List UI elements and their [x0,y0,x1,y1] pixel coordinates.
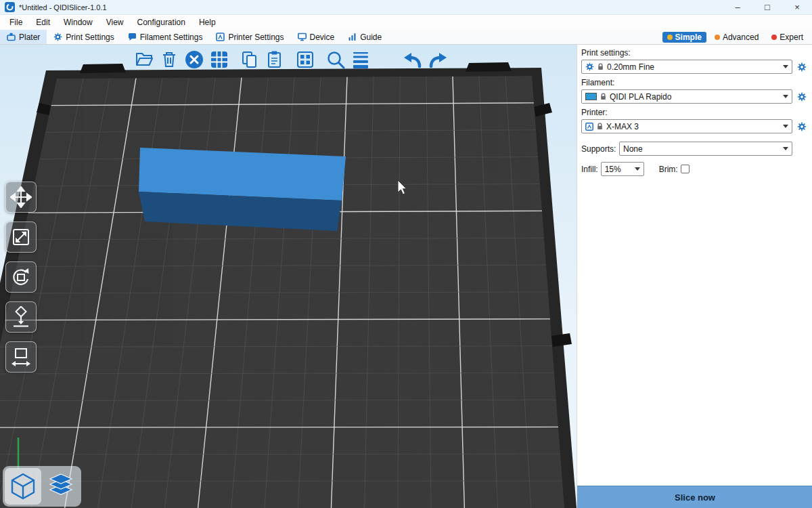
menu-window[interactable]: Window [57,15,99,30]
infill-combo[interactable]: 15% [601,162,644,176]
chevron-down-icon [783,147,788,150]
brim-label: Brim: [659,165,678,174]
plater-icon [7,33,16,41]
printer-label: Printer: [581,108,808,117]
filament-gear-button[interactable] [796,92,808,102]
lock-icon [597,123,603,130]
slice-now-button[interactable]: Slice now [577,486,812,508]
infill-value: 15% [605,165,631,174]
preview-layers-view-button[interactable] [43,468,79,505]
supports-label: Supports: [581,144,616,154]
chevron-down-icon [635,167,640,171]
filament-combo[interactable]: QIDI PLA Rapido [581,89,792,104]
tab-guide-label: Guide [360,33,382,42]
tab-plater-label: Plater [19,33,40,42]
window-controls: – □ × [723,0,812,14]
bed-3d-scene[interactable] [0,45,577,508]
mode-simple-label: Simple [675,33,702,42]
infill-label: Infill: [581,165,598,174]
gear-icon [53,33,62,41]
lock-icon [597,63,604,70]
measure-tool-button[interactable] [5,341,37,373]
expert-mode-dot-icon [771,35,777,40]
filament-label: Filament: [581,78,808,87]
bed-clip [80,64,126,73]
open-file-button[interactable] [131,47,156,72]
printer-gear-button[interactable] [796,122,808,131]
menu-edit[interactable]: Edit [29,15,57,30]
printer-icon [585,123,593,131]
print-settings-value: 0.20mm Fine [607,62,780,72]
minimize-button[interactable]: – [723,0,752,14]
print-settings-combo[interactable]: 0.20mm Fine [581,60,792,74]
tab-device-label: Device [310,33,335,42]
supports-value: None [623,144,780,154]
filament-value: QIDI PLA Rapido [610,92,780,102]
delete-all-button[interactable] [181,47,206,72]
advanced-mode-dot-icon [715,35,720,40]
app-logo-icon [5,2,15,12]
paste-button[interactable] [262,47,287,72]
mode-selector: Simple Advanced Expert [662,30,812,44]
settings-sidebar: Print settings: 0.20mm Fine Filament: [577,45,812,508]
title-bar: *Untitled - QIDISlicer-1.0.1 – □ × [0,0,812,15]
chevron-down-icon [783,125,788,128]
maximize-button[interactable]: □ [752,0,782,14]
move-tool-button[interactable] [5,182,37,213]
menu-file[interactable]: File [3,15,29,30]
print-settings-gear-button[interactable] [796,62,808,72]
view-switcher [3,466,81,507]
lock-icon [600,93,606,100]
tab-bar: Plater Print Settings Filament Settings … [0,30,812,45]
tab-filament-settings[interactable]: Filament Settings [121,30,210,44]
gear-icon [585,62,594,71]
menu-help[interactable]: Help [192,15,223,30]
mode-simple[interactable]: Simple [662,32,706,43]
mode-advanced-label: Advanced [723,33,759,42]
menu-view[interactable]: View [99,15,131,30]
arrange-button[interactable] [206,47,231,72]
mode-advanced[interactable]: Advanced [710,32,763,43]
copy-button[interactable] [237,47,262,72]
editor-3d-view-button[interactable] [5,468,41,505]
printer-value: X-MAX 3 [606,122,780,131]
menu-bar: File Edit Window View Configuration Help [0,15,812,30]
search-button[interactable] [323,47,348,72]
window-title: *Untitled - QIDISlicer-1.0.1 [19,3,107,12]
chevron-down-icon [783,65,788,68]
printer-icon [216,33,225,41]
print-settings-label: Print settings: [581,48,808,58]
mode-expert[interactable]: Expert [767,32,808,43]
filament-color-swatch [585,93,597,100]
redo-button[interactable] [425,47,450,72]
menu-configuration[interactable]: Configuration [131,15,192,30]
chevron-down-icon [783,95,788,98]
place-on-face-tool-button[interactable] [5,301,37,333]
model-box-top[interactable] [139,148,346,200]
brim-checkbox[interactable] [681,165,690,173]
undo-button[interactable] [400,47,425,72]
variable-layer-height-button[interactable] [348,47,373,72]
tab-device[interactable]: Device [291,30,342,44]
simple-mode-dot-icon [667,35,673,40]
viewport-3d[interactable] [0,45,577,508]
rotate-tool-button[interactable] [5,261,37,293]
scale-tool-button[interactable] [5,221,37,253]
viewport-toolbar [131,47,450,72]
tab-print-settings[interactable]: Print Settings [47,30,120,44]
filament-icon [128,33,137,41]
printer-combo[interactable]: X-MAX 3 [581,119,792,133]
tab-guide[interactable]: Guide [341,30,388,44]
delete-button[interactable] [156,47,181,72]
tab-print-settings-label: Print Settings [66,33,114,42]
tab-plater[interactable]: Plater [0,30,47,44]
tab-filament-settings-label: Filament Settings [140,33,203,42]
device-monitor-icon [298,33,307,41]
guide-icon [348,33,357,41]
supports-combo[interactable]: None [619,142,792,156]
close-button[interactable]: × [782,0,812,14]
split-objects-button[interactable] [292,47,317,72]
tab-printer-settings[interactable]: Printer Settings [209,30,290,44]
mode-expert-label: Expert [780,33,803,42]
bed-clip [466,62,512,72]
